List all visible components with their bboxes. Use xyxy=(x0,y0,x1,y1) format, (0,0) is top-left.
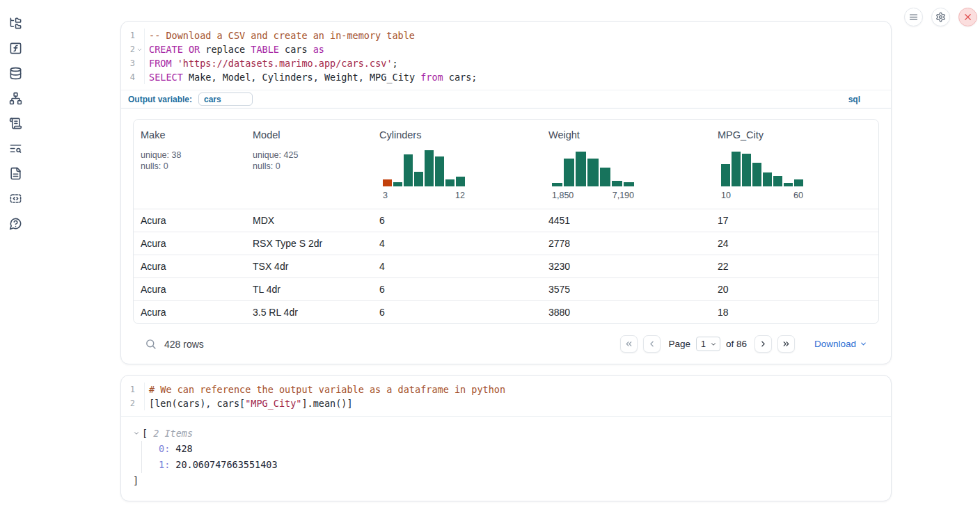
cell-cylinders: 4 xyxy=(372,238,542,249)
table-row[interactable]: Acura TSX 4dr 4 3230 22 xyxy=(134,255,878,277)
code-line: 1 # We can reference the output variable… xyxy=(121,383,891,396)
cell-model: MDX xyxy=(246,215,372,226)
code-token: FROM xyxy=(149,58,172,69)
line-number: 1 xyxy=(121,29,135,42)
next-page-button[interactable] xyxy=(754,335,772,353)
histogram-bar xyxy=(742,154,751,186)
line-number: 2 xyxy=(121,42,135,56)
entry-value: 428 xyxy=(175,443,192,454)
documentation-icon[interactable] xyxy=(9,167,22,180)
code-token: cars; xyxy=(443,72,477,83)
column-name: Cylinders xyxy=(379,130,542,140)
cell-make: Acura xyxy=(134,238,246,249)
tree-collapse-icon[interactable] xyxy=(133,430,142,437)
download-button[interactable]: Download xyxy=(814,339,867,349)
histogram-bar xyxy=(587,159,598,186)
column-stats: unique: 425nulls: 0 xyxy=(253,150,372,172)
snippets-icon[interactable] xyxy=(9,192,22,205)
column-header-cylinders[interactable]: Cylinders 312 xyxy=(372,130,542,200)
column-name: Weight xyxy=(548,130,711,140)
cell-cylinders: 4 xyxy=(372,261,542,272)
table-output: Make unique: 38nulls: 0 Model unique: 42… xyxy=(121,108,891,364)
shutdown-button[interactable] xyxy=(958,8,977,26)
page-select[interactable]: 1 xyxy=(696,337,720,351)
code-token: SELECT xyxy=(149,72,183,83)
output-variable-input[interactable] xyxy=(198,92,253,106)
cell-make: Acura xyxy=(134,284,246,295)
cell-mpg-city: 24 xyxy=(711,238,878,249)
histogram-bar xyxy=(600,168,610,186)
histogram-weight[interactable]: 1,8507,190 xyxy=(552,150,711,200)
cell-mpg-city: 20 xyxy=(711,284,878,295)
entry-key: 1: xyxy=(159,459,170,470)
last-page-button[interactable] xyxy=(777,335,795,353)
histogram-bar xyxy=(721,164,730,186)
histogram-cylinders[interactable]: 312 xyxy=(383,150,542,200)
histogram-bar xyxy=(564,159,574,186)
histogram-bar xyxy=(435,156,444,186)
dependency-graph-icon[interactable] xyxy=(9,92,22,105)
histogram-bar xyxy=(773,176,782,186)
fold-gutter xyxy=(135,70,144,84)
code-token: CREATE OR xyxy=(149,44,200,55)
list-entries: 0:428 1:20.060747663551403 xyxy=(141,441,891,473)
histogram-bar xyxy=(763,172,772,186)
python-output: [ 2 Items 0:428 1:20.060747663551403 ] xyxy=(121,416,891,501)
sidebar xyxy=(0,0,31,507)
menu-button[interactable] xyxy=(904,8,923,26)
topbar-controls xyxy=(904,8,977,26)
code-token: 'https://datasets.marimo.app/cars.csv' xyxy=(177,58,393,69)
histogram-axis-labels: 312 xyxy=(383,191,465,200)
histogram-bar xyxy=(414,172,423,186)
sql-code-editor[interactable]: 1 -- Download a CSV and create an in-mem… xyxy=(121,22,891,90)
line-number: 1 xyxy=(121,383,135,396)
histogram-mpg-city[interactable]: 1060 xyxy=(721,150,878,200)
column-header-model[interactable]: Model unique: 425nulls: 0 xyxy=(246,130,372,200)
file-tree-icon[interactable] xyxy=(9,17,22,30)
settings-button[interactable] xyxy=(931,8,950,26)
table-row[interactable]: Acura TL 4dr 6 3575 20 xyxy=(134,277,878,300)
cell-make: Acura xyxy=(134,215,246,226)
chevrons-left-icon xyxy=(624,339,633,348)
table-row[interactable]: Acura 3.5 RL 4dr 6 3880 18 xyxy=(134,300,878,323)
fold-gutter xyxy=(135,383,144,396)
sql-cell: 1 -- Download a CSV and create an in-mem… xyxy=(120,21,892,364)
first-page-button[interactable] xyxy=(620,335,638,353)
fold-chevron-icon[interactable] xyxy=(135,42,144,56)
python-code-editor[interactable]: 1 # We can reference the output variable… xyxy=(121,376,891,416)
histogram-bar xyxy=(393,182,402,186)
line-number: 2 xyxy=(121,396,135,410)
download-label: Download xyxy=(814,339,856,349)
code-token xyxy=(172,58,177,69)
cell-mpg-city: 22 xyxy=(711,261,878,272)
table-row[interactable]: Acura RSX Type S 2dr 4 2778 24 xyxy=(134,232,878,255)
cell-cylinders: 6 xyxy=(372,307,542,318)
functions-icon[interactable] xyxy=(9,42,22,55)
database-icon[interactable] xyxy=(9,67,22,80)
code-line: 3 FROM 'https://datasets.marimo.app/cars… xyxy=(121,56,891,70)
line-number: 3 xyxy=(121,56,135,70)
table-footer: 428 rows Page 1 of 86 xyxy=(133,324,879,364)
fold-gutter xyxy=(135,56,144,70)
previous-page-button[interactable] xyxy=(643,335,661,353)
code-token: [len(cars), cars[ xyxy=(149,398,245,409)
code-token: as xyxy=(313,44,324,55)
page-total: of 86 xyxy=(726,339,747,349)
column-header-make[interactable]: Make unique: 38nulls: 0 xyxy=(134,130,246,200)
histogram-bar xyxy=(404,154,413,186)
column-header-weight[interactable]: Weight 1,8507,190 xyxy=(542,130,711,200)
language-badge: sql xyxy=(848,95,884,104)
code-token: # We can reference the output variable a… xyxy=(149,384,505,395)
data-table: Make unique: 38nulls: 0 Model unique: 42… xyxy=(133,119,879,324)
chevrons-right-icon xyxy=(782,339,791,348)
help-icon[interactable] xyxy=(9,217,22,230)
search-icon[interactable] xyxy=(145,338,157,350)
table-row[interactable]: Acura MDX 6 4451 17 xyxy=(134,209,878,232)
list-entry: 0:428 xyxy=(159,441,891,457)
pagination: Page 1 of 86 Download xyxy=(620,335,867,353)
cell-make: Acura xyxy=(134,307,246,318)
cell-make: Acura xyxy=(134,261,246,272)
column-header-mpg-city[interactable]: MPG_City 1060 xyxy=(711,130,878,200)
scratchpad-scroll-icon[interactable] xyxy=(9,117,22,130)
log-search-icon[interactable] xyxy=(9,142,22,155)
